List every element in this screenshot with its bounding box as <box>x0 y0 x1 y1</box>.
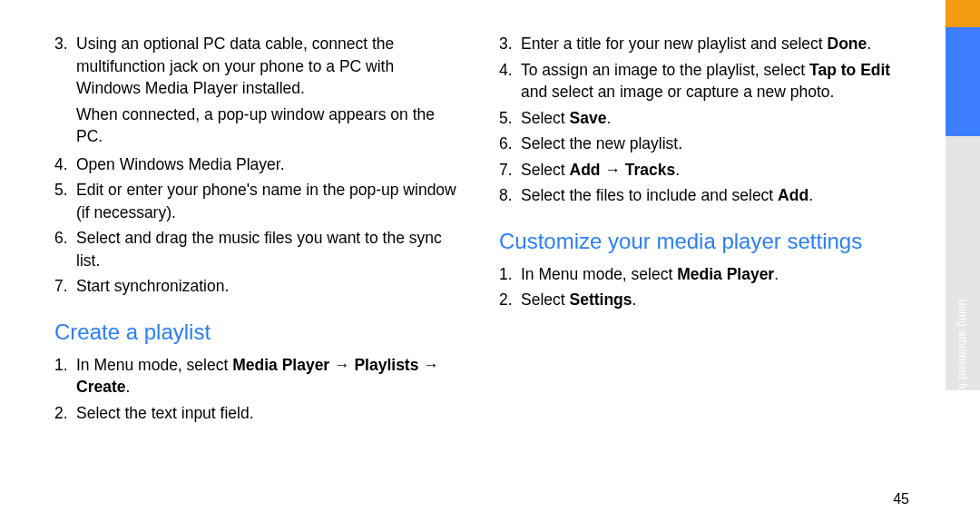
list-item: 6.Select and drag the music files you wa… <box>54 227 463 271</box>
bold-text: Media Player <box>677 265 774 283</box>
list-item: 4.Open Windows Media Player. <box>54 153 463 176</box>
side-tab-blue <box>946 27 980 136</box>
list-item: 5.Edit or enter your phone's name in the… <box>54 179 463 223</box>
list-item-number: 1. <box>499 263 521 286</box>
bold-text: Tracks <box>625 161 675 179</box>
bold-text: Media Player <box>232 356 329 374</box>
list-item: 5.Select Save. <box>499 107 907 130</box>
side-tab-gray: using advanced functions <box>946 136 980 390</box>
side-tab-label: using advanced functions <box>956 300 969 429</box>
bold-text: Save <box>570 109 607 127</box>
bold-text: Create <box>76 378 125 396</box>
list-item-text: Start synchronization. <box>76 275 463 298</box>
left-list-1: 3.Using an optional PC data cable, conne… <box>54 33 463 100</box>
list-item: 7.Start synchronization. <box>54 275 463 298</box>
list-item-number: 3. <box>54 33 76 100</box>
right-column: 3.Enter a title for your new playlist an… <box>499 33 907 428</box>
content-columns: 3.Using an optional PC data cable, conne… <box>54 33 907 428</box>
list-item-number: 6. <box>499 133 521 155</box>
list-item-number: 5. <box>499 107 521 130</box>
list-item: 7.Select Add → Tracks. <box>499 159 907 182</box>
bold-text: Done <box>828 34 867 53</box>
list-item: 2.Select Settings. <box>499 289 907 311</box>
list-item-text: Edit or enter your phone's name in the p… <box>76 179 463 223</box>
list-item-number: 2. <box>54 402 76 425</box>
list-item-text: Select Save. <box>521 107 907 130</box>
list-item-number: 2. <box>499 289 521 311</box>
list-item-text: Select the new playlist. <box>521 133 907 155</box>
list-item-number: 4. <box>54 153 76 176</box>
list-item: 6.Select the new playlist. <box>499 133 907 155</box>
side-tab-stack: using advanced functions <box>946 0 980 531</box>
list-item-text: Using an optional PC data cable, connect… <box>76 33 463 100</box>
list-item-number: 3. <box>499 33 521 55</box>
list-item-text: Select Settings. <box>521 289 907 311</box>
list-item-number: 8. <box>499 184 521 207</box>
bold-text: Playlists <box>354 356 418 374</box>
list-item-number: 7. <box>54 275 76 298</box>
left-list-2: 4.Open Windows Media Player.5.Edit or en… <box>54 153 463 298</box>
right-list-1: 3.Enter a title for your new playlist an… <box>499 33 907 207</box>
heading-customize-settings: Customize your media player settings <box>499 229 907 254</box>
list-item: 8.Select the files to include and select… <box>499 184 907 207</box>
list-item-text: Select the files to include and select A… <box>521 184 907 207</box>
list-item-text: Select Add → Tracks. <box>521 159 907 182</box>
left-para-1: When connected, a pop-up window appears … <box>76 103 463 148</box>
page-number: 45 <box>893 491 909 507</box>
list-item: 4.To assign an image to the playlist, se… <box>499 59 907 103</box>
right-list-2: 1.In Menu mode, select Media Player.2.Se… <box>499 263 907 311</box>
side-tab-orange <box>946 0 980 27</box>
list-item: 2.Select the text input field. <box>54 402 463 425</box>
heading-create-playlist: Create a playlist <box>54 320 463 345</box>
list-item-text: In Menu mode, select Media Player. <box>521 263 907 286</box>
list-item-text: Open Windows Media Player. <box>76 153 463 176</box>
bold-text: Add <box>570 161 601 179</box>
list-item-text: In Menu mode, select Media Player → Play… <box>76 354 463 398</box>
list-item-text: Select the text input field. <box>76 402 463 425</box>
bold-text: Add <box>778 186 808 204</box>
list-item-text: Enter a title for your new playlist and … <box>521 33 907 55</box>
bold-text: Settings <box>570 290 632 309</box>
list-item-number: 5. <box>54 179 76 223</box>
list-item: 1.In Menu mode, select Media Player. <box>499 263 907 286</box>
list-item: 1.In Menu mode, select Media Player → Pl… <box>54 354 463 398</box>
left-list-3: 1.In Menu mode, select Media Player → Pl… <box>54 354 463 425</box>
list-item-number: 7. <box>499 159 521 182</box>
list-item: 3.Using an optional PC data cable, conne… <box>54 33 463 100</box>
list-item-text: Select and drag the music files you want… <box>76 227 463 271</box>
list-item-number: 1. <box>54 354 76 398</box>
list-item-number: 6. <box>54 227 76 271</box>
left-column: 3.Using an optional PC data cable, conne… <box>54 33 463 428</box>
list-item-number: 4. <box>499 59 521 103</box>
bold-text: Tap to Edit <box>809 61 890 79</box>
page-container: 3.Using an optional PC data cable, conne… <box>0 0 980 531</box>
list-item: 3.Enter a title for your new playlist an… <box>499 33 907 55</box>
list-item-text: To assign an image to the playlist, sele… <box>521 59 907 103</box>
